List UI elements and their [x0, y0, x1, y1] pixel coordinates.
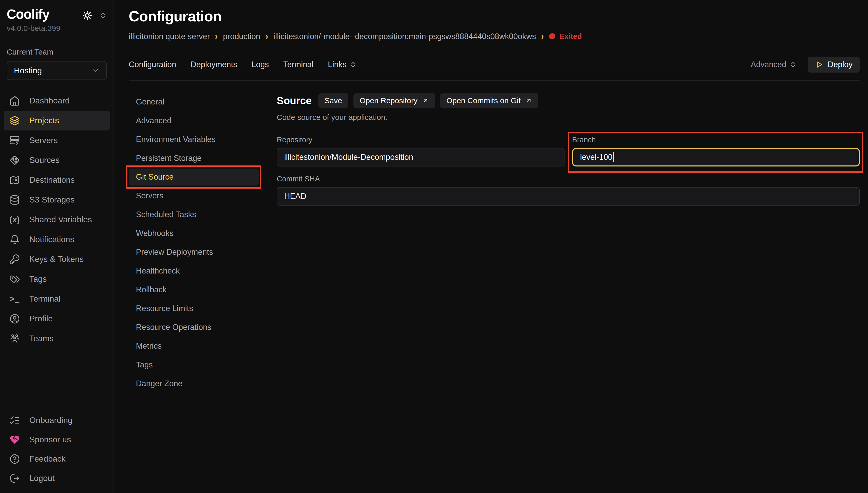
- sidebar-item-servers[interactable]: Servers: [4, 130, 110, 150]
- sidebar-item-sources[interactable]: Sources: [4, 150, 110, 170]
- tab-configuration[interactable]: Configuration: [129, 60, 176, 69]
- settings-nav-item-scheduled-tasks[interactable]: Scheduled Tasks: [129, 206, 259, 223]
- chevron-down-icon: [92, 67, 100, 74]
- team-select-value: Hosting: [14, 66, 42, 76]
- sidebar-item-dashboard[interactable]: Dashboard: [4, 91, 110, 111]
- sidebar-item-keys-tokens[interactable]: Keys & Tokens: [4, 249, 110, 269]
- sidebar: Coolify v4.0.0-beta.399 Current Team Hos…: [0, 0, 114, 493]
- section-description: Code source of your application.: [277, 113, 860, 122]
- breadcrumb-item-illicitonion-quote-server[interactable]: illicitonion quote server: [129, 31, 223, 41]
- chevrons-up-down-icon: [350, 61, 357, 68]
- current-team-label: Current Team: [7, 48, 107, 56]
- sidebar-item-label: Projects: [29, 116, 59, 125]
- sidebar-item-label: Teams: [29, 334, 54, 343]
- sidebar-item-tags[interactable]: Tags: [4, 269, 110, 289]
- tab-label: Logs: [252, 60, 269, 69]
- branch-field: Branch level-100: [572, 135, 860, 167]
- team-select[interactable]: Hosting: [7, 61, 107, 80]
- settings-nav-item-tags[interactable]: Tags: [129, 356, 259, 373]
- help-circle-icon: [9, 454, 20, 465]
- app-logo: Coolify: [7, 7, 49, 22]
- advanced-dropdown[interactable]: Advanced: [751, 60, 797, 69]
- settings-nav-item-resource-operations[interactable]: Resource Operations: [129, 319, 259, 336]
- repository-label: Repository: [277, 135, 565, 144]
- settings-nav-item-preview-deployments[interactable]: Preview Deployments: [129, 244, 259, 261]
- settings-nav-item-metrics[interactable]: Metrics: [129, 338, 259, 355]
- sidebar-item-sponsor-us[interactable]: Sponsor us: [4, 430, 110, 449]
- sidebar-item-onboarding[interactable]: Onboarding: [4, 411, 110, 430]
- sidebar-item-terminal[interactable]: >_ Terminal: [4, 289, 110, 309]
- settings-nav-item-environment-variables[interactable]: Environment Variables: [129, 131, 259, 148]
- heart-handshake-icon: [9, 434, 20, 445]
- sidebar-item-notifications[interactable]: Notifications: [4, 230, 110, 249]
- sidebar-item-label: Tags: [29, 274, 47, 284]
- settings-nav-item-advanced[interactable]: Advanced: [129, 112, 259, 129]
- sidebar-item-feedback[interactable]: Feedback: [4, 449, 110, 469]
- sidebar-item-profile[interactable]: Profile: [4, 309, 110, 328]
- users-icon: [9, 333, 20, 344]
- tab-logs[interactable]: Logs: [252, 60, 269, 69]
- settings-nav-item-general[interactable]: General: [129, 93, 259, 110]
- chevrons-up-down-icon: [789, 61, 797, 68]
- sidebar-item-label: Terminal: [29, 294, 61, 304]
- settings-nav-item-resource-limits[interactable]: Resource Limits: [129, 300, 259, 317]
- tab-links[interactable]: Links: [328, 60, 357, 69]
- tabs: Configuration Deployments Logs Terminal: [129, 60, 357, 69]
- settings-nav-item-healthcheck[interactable]: Healthcheck: [129, 262, 259, 279]
- sidebar-item-label: Onboarding: [29, 415, 72, 425]
- tab-label: Terminal: [283, 60, 314, 69]
- sidebar-item-label: Sponsor us: [29, 435, 71, 444]
- sidebar-item-label: Dashboard: [29, 96, 70, 106]
- sidebar-item-label: Feedback: [29, 454, 66, 464]
- settings-nav-item-servers[interactable]: Servers: [129, 187, 259, 204]
- advanced-label: Advanced: [751, 60, 786, 69]
- repository-input[interactable]: illicitestonion/Module-Decomposition: [277, 148, 565, 167]
- tabbar-divider: [129, 80, 860, 81]
- logout-icon: [9, 473, 20, 484]
- circle-user-icon: [9, 314, 20, 324]
- sidebar-item-label: Destinations: [29, 175, 75, 185]
- save-button[interactable]: Save: [318, 93, 348, 108]
- sidebar-item-projects[interactable]: Projects: [4, 111, 110, 130]
- status-badge: Exited: [549, 32, 582, 41]
- status-text: Exited: [559, 32, 582, 41]
- open-commits-button[interactable]: Open Commits on Git: [440, 93, 538, 108]
- commit-sha-input[interactable]: HEAD: [277, 187, 860, 206]
- sidebar-item-label: Notifications: [29, 235, 74, 244]
- deploy-button[interactable]: Deploy: [808, 57, 860, 72]
- sidebar-item-teams[interactable]: Teams: [4, 328, 110, 348]
- theme-toggle-icon[interactable]: [82, 10, 92, 21]
- breadcrumb-item-illicitestonion-module-decomposition-main-psgsws8884440s08wk00okws[interactable]: illicitestonion/-module--decomposition:m…: [273, 31, 549, 41]
- repository-field: Repository illicitestonion/Module-Decomp…: [277, 135, 565, 167]
- sidebar-item-label: Servers: [29, 135, 58, 145]
- sidebar-item-label: Sources: [29, 155, 60, 165]
- sidebar-item-logout[interactable]: Logout: [4, 469, 110, 488]
- branch-input[interactable]: level-100: [572, 148, 860, 167]
- branch-label: Branch: [572, 135, 860, 144]
- sidebar-item-label: Keys & Tokens: [29, 255, 84, 264]
- server-icon: [9, 135, 20, 146]
- page-title: Configuration: [129, 8, 860, 25]
- home-icon: [9, 95, 20, 106]
- breadcrumb-item-production[interactable]: production: [223, 31, 273, 41]
- sidebar-footer-nav: Onboarding Sponsor us Feedback Logout: [4, 411, 110, 488]
- settings-nav-item-webhooks[interactable]: Webhooks: [129, 225, 259, 242]
- commit-sha-field: Commit SHA HEAD: [277, 175, 860, 206]
- section-title: Source: [277, 95, 312, 107]
- sidebar-item-s3-storages[interactable]: S3 Storages: [4, 190, 110, 210]
- settings-nav-item-rollback[interactable]: Rollback: [129, 281, 259, 298]
- settings-nav-item-danger-zone[interactable]: Danger Zone: [129, 375, 259, 392]
- git-branch-icon: [9, 155, 20, 166]
- settings-nav-item-git-source[interactable]: Git Source: [129, 169, 259, 186]
- sidebar-item-label: Profile: [29, 314, 53, 323]
- settings-nav-item-persistent-storage[interactable]: Persistent Storage: [129, 150, 259, 167]
- sidebar-item-shared-variables[interactable]: (x) Shared Variables: [4, 210, 110, 230]
- open-repository-button[interactable]: Open Repository: [354, 93, 435, 108]
- tab-deployments[interactable]: Deployments: [190, 60, 237, 69]
- chevrons-up-down-icon[interactable]: [99, 12, 107, 19]
- text-cursor: [613, 152, 614, 162]
- tab-terminal[interactable]: Terminal: [283, 60, 314, 69]
- sidebar-item-destinations[interactable]: Destinations: [4, 170, 110, 190]
- tags-icon: [9, 274, 20, 284]
- sidebar-item-label: Logout: [29, 473, 55, 483]
